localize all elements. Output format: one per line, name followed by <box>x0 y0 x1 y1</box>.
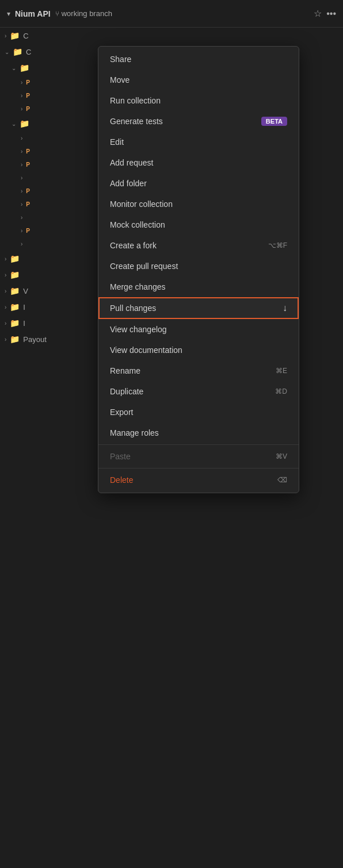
list-item[interactable]: › <box>0 211 101 224</box>
menu-item-merge-changes[interactable]: Merge changes <box>98 276 299 297</box>
list-item[interactable]: › P <box>0 145 101 158</box>
menu-item-label: Mock collection <box>110 220 287 229</box>
list-item[interactable]: › P <box>0 76 101 89</box>
list-item[interactable]: › P <box>0 102 101 116</box>
chevron-right-icon: › <box>5 256 6 262</box>
menu-item-view-documentation[interactable]: View documentation <box>98 340 299 360</box>
folder-icon: 📁 <box>20 119 29 128</box>
shortcut-label: ⌘V <box>276 452 287 460</box>
chevron-right-icon: › <box>5 33 6 39</box>
sidebar-item-label: C <box>23 32 28 40</box>
folder-icon: 📁 <box>10 254 20 263</box>
menu-item-create-fork[interactable]: Create a fork ⌥⌘F <box>98 235 299 256</box>
method-badge: P <box>26 106 32 112</box>
sidebar: › 📁 C ⌄ 📁 C ⌄ 📁 › P › P › P ⌄ 📁 › <box>0 28 101 868</box>
chevron-right-icon: › <box>21 93 22 99</box>
menu-item-create-pull-request[interactable]: Create pull request <box>98 256 299 276</box>
collection-title: Nium API <box>15 9 51 18</box>
list-item[interactable]: › P <box>0 198 101 211</box>
sidebar-item-label: Payout <box>23 335 46 344</box>
menu-item-duplicate[interactable]: Duplicate ⌘D <box>98 381 299 402</box>
menu-item-label: Monitor collection <box>110 199 287 209</box>
list-item[interactable]: › P <box>0 224 101 237</box>
menu-item-label: Move <box>110 75 287 85</box>
branch-info: ⑂ working branch <box>55 9 112 18</box>
menu-item-label: Duplicate <box>110 387 275 396</box>
menu-item-export[interactable]: Export <box>98 402 299 423</box>
menu-item-label: Export <box>110 408 287 417</box>
menu-item-run-collection[interactable]: Run collection <box>98 90 299 111</box>
list-item[interactable]: ⌄ 📁 <box>0 116 101 132</box>
list-item[interactable]: › 📁 <box>0 267 101 283</box>
list-item[interactable]: ⌄ 📁 <box>0 60 101 76</box>
list-item[interactable]: › 📁 C <box>0 28 101 44</box>
chevron-right-icon: › <box>5 336 6 343</box>
list-item[interactable]: ⌄ 📁 C <box>0 44 101 60</box>
menu-item-move[interactable]: Move <box>98 70 299 90</box>
chevron-right-icon: › <box>21 188 22 194</box>
menu-item-generate-tests[interactable]: Generate tests BETA <box>98 111 299 132</box>
menu-item-view-changelog[interactable]: View changelog <box>98 319 299 340</box>
list-item[interactable]: › 📁 I <box>0 315 101 331</box>
list-item[interactable]: › P <box>0 185 101 198</box>
chevron-down-icon: ⌄ <box>5 49 9 55</box>
menu-item-paste[interactable]: Paste ⌘V <box>98 446 299 467</box>
menu-item-label: View documentation <box>110 345 287 355</box>
chevron-right-icon: › <box>21 106 22 112</box>
menu-item-delete[interactable]: Delete ⌫ <box>98 470 299 490</box>
shortcut-label: ⌘D <box>275 387 287 395</box>
menu-item-rename[interactable]: Rename ⌘E <box>98 360 299 381</box>
menu-item-monitor-collection[interactable]: Monitor collection <box>98 194 299 214</box>
branch-name: working branch <box>62 9 112 18</box>
menu-item-label: Add request <box>110 158 287 167</box>
sidebar-item-label: V <box>23 287 28 295</box>
list-item[interactable]: › 📁 Payout <box>0 331 101 347</box>
list-item[interactable]: › <box>0 237 101 251</box>
menu-item-label: Generate tests <box>110 117 254 126</box>
list-item[interactable]: › P <box>0 89 101 102</box>
list-item[interactable]: › P <box>0 158 101 171</box>
method-badge: P <box>26 228 32 234</box>
chevron-right-icon: › <box>21 148 22 155</box>
chevron-right-icon: › <box>5 272 6 278</box>
list-item[interactable]: › 📁 V <box>0 283 101 299</box>
header-bar: ▾ Nium API ⑂ working branch ☆ ••• <box>0 0 343 28</box>
sidebar-item-label: I <box>23 319 25 328</box>
collection-chevron[interactable]: ▾ <box>7 10 10 18</box>
menu-item-manage-roles[interactable]: Manage roles <box>98 423 299 443</box>
list-item[interactable]: › <box>0 171 101 185</box>
shortcut-label: ⌥⌘F <box>268 241 287 249</box>
more-options-icon[interactable]: ••• <box>326 9 336 19</box>
chevron-right-icon: › <box>21 228 22 234</box>
menu-item-mock-collection[interactable]: Mock collection <box>98 214 299 235</box>
folder-icon: 📁 <box>10 31 20 40</box>
folder-icon: 📁 <box>10 318 20 328</box>
menu-item-label: View changelog <box>110 325 287 334</box>
menu-item-label: Delete <box>110 475 277 485</box>
menu-item-label: Create pull request <box>110 262 287 271</box>
list-item[interactable]: › <box>0 132 101 145</box>
menu-item-share[interactable]: Share <box>98 49 299 70</box>
chevron-right-icon: › <box>21 162 22 168</box>
menu-item-label: Rename <box>110 366 276 375</box>
menu-item-label: Pull changes <box>110 304 278 313</box>
star-icon[interactable]: ☆ <box>314 8 322 19</box>
list-item[interactable]: › 📁 <box>0 251 101 267</box>
menu-divider <box>98 444 299 445</box>
folder-icon: 📁 <box>10 286 20 295</box>
menu-item-pull-changes[interactable]: Pull changes ↓ <box>98 297 299 319</box>
menu-item-edit[interactable]: Edit <box>98 132 299 152</box>
branch-icon: ⑂ <box>55 10 59 18</box>
sidebar-item-label: C <box>26 48 31 56</box>
list-item[interactable]: › 📁 I <box>0 299 101 315</box>
pull-arrow-icon: ↓ <box>283 303 287 313</box>
shortcut-label: ⌘E <box>276 367 287 375</box>
chevron-right-icon: › <box>5 304 6 310</box>
menu-item-label: Manage roles <box>110 428 287 437</box>
chevron-right-icon: › <box>5 320 6 327</box>
menu-item-add-request[interactable]: Add request <box>98 152 299 173</box>
menu-item-add-folder[interactable]: Add folder <box>98 173 299 194</box>
folder-icon: 📁 <box>10 270 20 279</box>
menu-item-label: Paste <box>110 452 276 461</box>
chevron-right-icon: › <box>21 175 22 181</box>
